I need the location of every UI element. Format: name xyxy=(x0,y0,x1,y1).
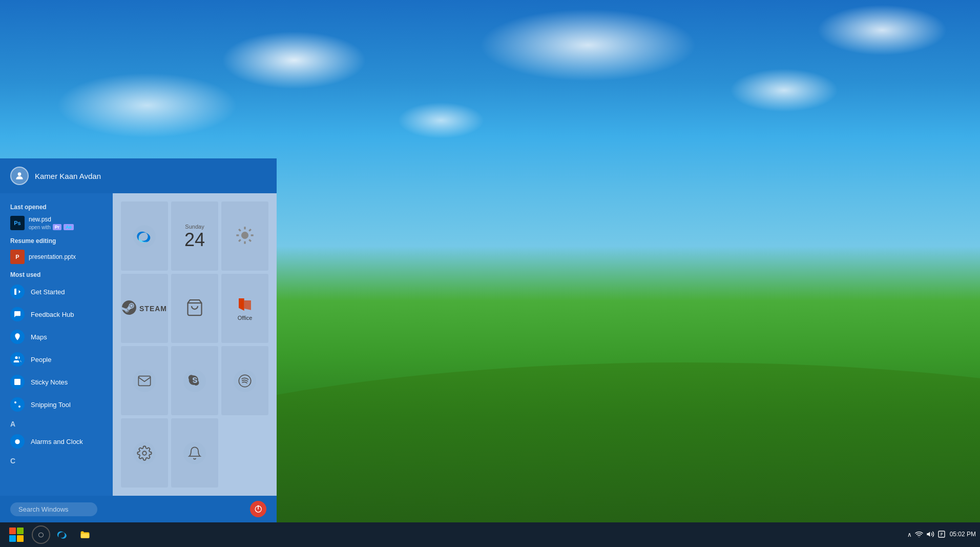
app-label-get-started: Get Started xyxy=(31,288,65,296)
get-started-icon xyxy=(10,285,25,299)
svg-point-12 xyxy=(241,232,248,238)
edge-icon xyxy=(133,225,156,248)
settings-icon xyxy=(133,442,156,464)
office-icon xyxy=(237,296,253,313)
svg-point-2 xyxy=(15,356,17,359)
app-label-people: People xyxy=(31,356,51,363)
power-button[interactable] xyxy=(250,501,266,517)
file-name-psd: new.psd xyxy=(29,216,102,223)
app-item-snipping-tool[interactable]: Snipping Tool xyxy=(0,393,113,416)
tile-settings[interactable] xyxy=(121,418,168,488)
ae-badge: Ae xyxy=(64,224,74,230)
clock-time: 05:02 PM xyxy=(950,531,976,539)
file-name-pptx: presentation.pptx xyxy=(29,253,102,260)
win-logo-q1 xyxy=(9,528,16,534)
store-icon xyxy=(185,298,204,319)
taskbar-cortana[interactable]: ○ xyxy=(32,525,50,544)
tile-steam[interactable]: STEAM xyxy=(121,274,168,343)
app-label-maps: Maps xyxy=(31,333,47,341)
wifi-icon[interactable] xyxy=(915,530,923,540)
user-avatar xyxy=(10,167,29,185)
start-button[interactable] xyxy=(4,524,29,545)
app-label-feedback-hub: Feedback Hub xyxy=(31,311,74,318)
tile-notifications[interactable] xyxy=(171,418,218,488)
svg-rect-25 xyxy=(81,534,90,538)
tray-expand-icon[interactable]: ∧ xyxy=(907,531,912,538)
last-opened-label: Last opened xyxy=(0,199,113,213)
win-logo-q2 xyxy=(17,528,24,534)
tiles-panel: Sunday 24 xyxy=(113,193,277,496)
win-logo-q3 xyxy=(9,535,16,542)
svg-point-22 xyxy=(239,375,251,387)
tile-edge[interactable] xyxy=(121,201,168,271)
skype-icon xyxy=(183,370,206,392)
action-center-icon[interactable] xyxy=(937,530,946,540)
svg-line-20 xyxy=(249,229,251,231)
file-open-with: open with Pr Ae xyxy=(29,224,102,230)
start-content: Last opened Ps new.psd open with Pr Ae R… xyxy=(0,193,277,496)
taskbar-file-explorer[interactable] xyxy=(75,524,95,545)
alpha-a: A xyxy=(0,416,113,430)
tile-skype[interactable] xyxy=(171,346,218,415)
start-user-header[interactable]: Kamer Kaan Avdan xyxy=(0,158,277,193)
tile-calendar[interactable]: Sunday 24 xyxy=(171,201,218,271)
search-input[interactable] xyxy=(10,502,97,516)
alarms-icon xyxy=(10,434,25,449)
tile-weather[interactable] xyxy=(221,201,268,271)
spotify-icon xyxy=(234,370,256,392)
app-item-alarms[interactable]: Alarms and Clock xyxy=(0,430,113,453)
steam-label: STEAM xyxy=(139,305,167,313)
tile-mail[interactable] xyxy=(121,346,168,415)
tile-empty xyxy=(221,418,268,488)
recent-file-pptx[interactable]: P presentation.pptx xyxy=(0,247,113,267)
app-item-people[interactable]: People xyxy=(0,348,113,371)
app-label-sticky-notes: Sticky Notes xyxy=(31,378,68,386)
app-item-maps[interactable]: Maps xyxy=(0,326,113,348)
svg-point-0 xyxy=(18,172,22,176)
mail-icon xyxy=(133,370,156,392)
weather-icon xyxy=(235,225,255,248)
app-label-snipping-tool: Snipping Tool xyxy=(31,401,71,409)
calendar-day-num: 24 xyxy=(184,231,205,249)
tile-spotify[interactable] xyxy=(221,346,268,415)
pr-badge: Pr xyxy=(53,224,62,230)
office-label: Office xyxy=(238,315,253,321)
file-info: new.psd open with Pr Ae xyxy=(29,216,102,230)
svg-line-8 xyxy=(16,403,19,406)
system-clock[interactable]: 05:02 PM xyxy=(950,531,976,539)
feedback-hub-icon xyxy=(10,307,25,321)
volume-icon[interactable] xyxy=(926,530,934,540)
svg-marker-26 xyxy=(927,532,930,536)
maps-icon xyxy=(10,330,25,344)
system-tray-icons: ∧ xyxy=(907,530,946,540)
alpha-c: C xyxy=(0,453,113,467)
steam-icon xyxy=(122,300,136,317)
start-bottom-bar xyxy=(0,496,277,522)
people-icon xyxy=(10,352,25,367)
sticky-notes-icon xyxy=(10,375,25,389)
open-with-text: open with xyxy=(29,225,51,230)
ps-file-icon: Ps xyxy=(10,216,25,230)
svg-line-19 xyxy=(239,239,241,241)
recent-file-psd[interactable]: Ps new.psd open with Pr Ae xyxy=(0,213,113,233)
tile-office[interactable]: Office xyxy=(221,274,268,343)
start-left-panel: Last opened Ps new.psd open with Pr Ae R… xyxy=(0,193,113,496)
taskbar-right: ∧ xyxy=(907,530,976,540)
notifications-icon xyxy=(183,442,206,464)
resume-editing-label: Resume editing xyxy=(0,233,113,247)
start-menu: Kamer Kaan Avdan Last opened Ps new.psd … xyxy=(0,158,277,522)
tile-store[interactable] xyxy=(171,274,218,343)
ppt-file-icon: P xyxy=(10,250,25,264)
windows-logo xyxy=(9,528,24,542)
app-item-sticky-notes[interactable]: Sticky Notes xyxy=(0,371,113,393)
svg-line-17 xyxy=(239,229,241,231)
user-name: Kamer Kaan Avdan xyxy=(35,172,101,180)
app-item-feedback-hub[interactable]: Feedback Hub xyxy=(0,303,113,326)
snipping-tool-icon xyxy=(10,397,25,412)
taskbar-edge[interactable] xyxy=(52,524,73,545)
svg-point-23 xyxy=(142,451,147,455)
app-item-get-started[interactable]: Get Started xyxy=(0,280,113,303)
most-used-label: Most used xyxy=(0,267,113,280)
calendar-day-name: Sunday xyxy=(185,224,204,230)
file-info-pptx: presentation.pptx xyxy=(29,253,102,260)
